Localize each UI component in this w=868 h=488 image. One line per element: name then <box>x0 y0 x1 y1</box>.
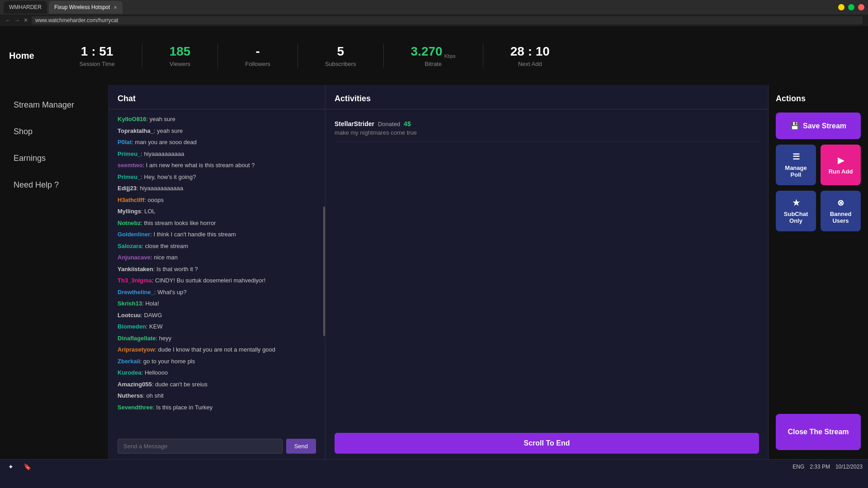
actions-header: Actions <box>776 94 861 103</box>
browser-tabs: WMHARDER Fixup Wireless Hotspot ✕ <box>4 1 123 14</box>
activity-top: StellarStrider Donated 4$ <box>335 120 759 127</box>
chat-username: Skrish13 <box>118 300 142 307</box>
chat-message: Myllings: LOL <box>118 207 316 216</box>
taskbar: ✦ 🔖 ENG 2:33 PM 10/12/2023 <box>0 459 868 474</box>
chat-text: : hiyaaaaaaaaaaa <box>137 185 183 192</box>
banned-users-button[interactable]: ⊗ Banned Users <box>821 191 861 231</box>
close-tab-icon[interactable]: ✕ <box>113 5 117 10</box>
close-window-button[interactable] <box>858 4 864 10</box>
taskbar-icon-1[interactable]: ✦ <box>5 461 16 472</box>
chat-text: : this stream looks like horror <box>141 220 216 226</box>
minimize-button[interactable] <box>838 4 844 10</box>
chat-message: Anjunacave: nice man <box>118 253 316 262</box>
sidebar-item-need-help[interactable]: Need Help ? <box>14 178 94 192</box>
url-input[interactable] <box>32 16 863 24</box>
activity-user: StellarStrider <box>335 120 374 127</box>
viewers-label: Viewers <box>170 61 190 67</box>
manage-poll-label: Manage Poll <box>779 164 812 178</box>
inactive-tab[interactable]: WMHARDER <box>4 1 47 14</box>
maximize-button[interactable] <box>848 4 854 10</box>
stats-bar: Home 1 : 51 Session Time 185 Viewers - F… <box>0 26 868 85</box>
sidebar-item-stream-manager[interactable]: Stream Manager <box>14 99 94 112</box>
stat-next-add: 28 : 10 Next Add <box>483 44 577 68</box>
save-stream-button[interactable]: 💾 Save Stream <box>776 113 861 139</box>
run-add-icon: ▶ <box>838 155 844 165</box>
nav-buttons: ← → ✕ <box>5 17 28 23</box>
next-add-label: Next Add <box>518 61 542 67</box>
run-add-button[interactable]: ▶ Run Add <box>821 145 861 185</box>
save-icon: 💾 <box>790 122 799 130</box>
forward-button[interactable]: → <box>14 17 20 23</box>
chat-text: : hiyaaaaaaaaaa <box>141 150 184 157</box>
subchat-icon: ★ <box>793 198 800 208</box>
chat-messages[interactable]: KylIoO816: yeah sureTopraktalha_: yeah s… <box>108 109 325 433</box>
subchat-banned-row: ★ SubChat Only ⊗ Banned Users <box>776 191 861 231</box>
subchat-only-label: SubChat Only <box>779 211 812 224</box>
chat-text: : I am new here what is this stream abou… <box>143 162 255 169</box>
stat-subscribers: 5 Subscribers <box>298 44 384 68</box>
manage-poll-icon: ☰ <box>793 152 800 162</box>
chat-message: Primeu_: Hey, how's it going? <box>118 173 316 182</box>
chat-username: Goldenliner <box>118 231 150 238</box>
taskbar-lang: ENG <box>793 464 804 470</box>
chat-username: Edijj23 <box>118 185 137 192</box>
chat-input-row: Send <box>108 433 325 459</box>
address-bar: ← → ✕ <box>0 14 868 26</box>
manage-poll-button[interactable]: ☰ Manage Poll <box>776 145 816 185</box>
chat-username: Zberkaii <box>118 358 140 365</box>
scroll-to-end-button[interactable]: Scroll To End <box>335 433 759 454</box>
chat-username: KylIoO816 <box>118 116 146 122</box>
chat-text: : Helloooo <box>142 369 168 376</box>
chat-text: : heyy <box>156 335 172 342</box>
activity-amount: 4$ <box>404 120 411 127</box>
activities-content: StellarStrider Donated 4$ make my nightm… <box>326 109 768 274</box>
chat-text: : ooops <box>144 197 164 203</box>
bitrate-value: 3.270 <box>411 44 443 59</box>
chat-text: : close the stream <box>142 243 188 249</box>
next-add-value: 28 : 10 <box>510 44 550 59</box>
chat-username: Anjunacave <box>118 254 151 261</box>
taskbar-icon-2[interactable]: 🔖 <box>22 461 33 472</box>
taskbar-sparkle-icon: ✦ <box>8 463 14 470</box>
taskbar-left: ✦ 🔖 <box>5 461 33 472</box>
chat-message: H3athclIff: ooops <box>118 196 316 205</box>
stat-followers: - Followers <box>218 44 298 68</box>
chat-message: Kurodea: Helloooo <box>118 368 316 377</box>
chat-text: : go to your home pls <box>140 358 195 365</box>
activity-action: Donated <box>378 121 400 127</box>
followers-label: Followers <box>245 61 270 67</box>
main-content: Stream Manager Shop Earnings Need Help ?… <box>0 85 868 459</box>
subchat-only-button[interactable]: ★ SubChat Only <box>776 191 816 231</box>
back-button[interactable]: ← <box>5 17 11 23</box>
chat-username: Primeu_ <box>118 150 141 157</box>
chat-username: Salozara <box>118 243 142 249</box>
chat-username: Yankiistaken <box>118 266 153 272</box>
poll-run-row: ☰ Manage Poll ▶ Run Add <box>776 145 861 185</box>
chat-text: : Hey, how's it going? <box>141 174 196 180</box>
activities-panel: Activities StellarStrider Donated 4$ mak… <box>326 85 769 459</box>
chat-text: : nice man <box>151 254 178 261</box>
chat-message: P0lat: man you are sooo dead <box>118 138 316 147</box>
sidebar-item-earnings[interactable]: Earnings <box>14 152 94 165</box>
active-tab[interactable]: Fixup Wireless Hotspot ✕ <box>49 1 123 14</box>
sidebar-item-shop[interactable]: Shop <box>14 125 94 138</box>
chat-text: : Is this place in Turkey <box>153 404 212 411</box>
reload-button[interactable]: ✕ <box>24 17 28 23</box>
chat-username: Topraktalha_ <box>118 127 154 134</box>
chat-text: : man you are sooo dead <box>132 139 197 145</box>
chat-message: seemtwo: I am new here what is this stre… <box>118 161 316 170</box>
home-button[interactable]: Home <box>9 51 34 61</box>
chat-text: : yeah sure <box>154 127 183 134</box>
chat-username: Myllings <box>118 208 141 215</box>
chat-username: Ariprasetyow <box>118 346 155 353</box>
chat-text: : dude I know that you are not a mentall… <box>155 346 275 353</box>
close-stream-button[interactable]: Close The Stream <box>776 414 861 450</box>
chat-input[interactable] <box>118 439 283 454</box>
actions-panel: Actions 💾 Save Stream ☰ Manage Poll ▶ Ru… <box>769 85 868 459</box>
send-button[interactable]: Send <box>286 439 316 454</box>
chat-username: Sevendthree <box>118 404 153 411</box>
chat-message: Goldenliner: I think I can't handle this… <box>118 230 316 239</box>
chat-username: P0lat <box>118 139 132 145</box>
chat-text: : Hola! <box>142 300 159 307</box>
banned-users-label: Banned Users <box>824 211 857 224</box>
